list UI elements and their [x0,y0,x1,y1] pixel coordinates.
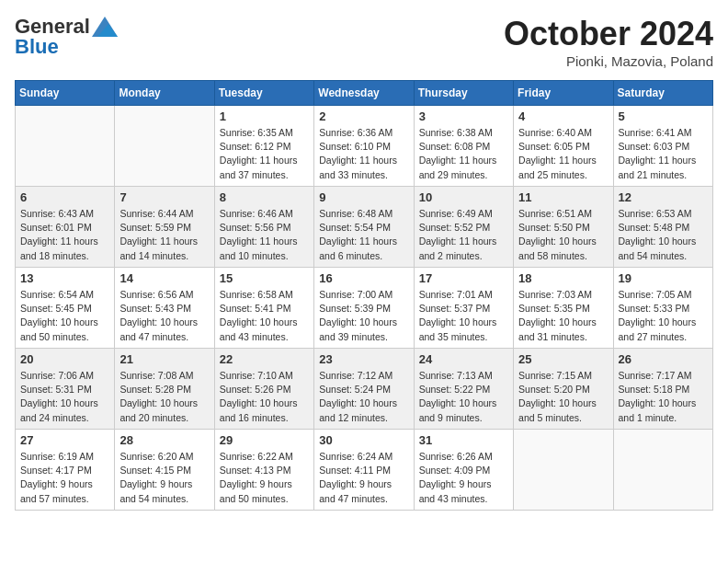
day-info: Sunrise: 6:20 AMSunset: 4:15 PMDaylight:… [119,450,209,506]
calendar-day-cell: 4Sunrise: 6:40 AMSunset: 6:05 PMDaylight… [514,106,613,187]
day-info: Sunrise: 6:24 AMSunset: 4:11 PMDaylight:… [319,450,408,506]
day-number: 1 [220,109,309,123]
page-header: General Blue October 2024 Pionki, Mazovi… [15,15,713,69]
day-number: 13 [20,271,109,285]
day-info: Sunrise: 6:46 AMSunset: 5:56 PMDaylight:… [220,207,309,263]
day-info: Sunrise: 7:17 AMSunset: 5:18 PMDaylight:… [619,369,708,425]
day-number: 27 [20,433,109,447]
day-info: Sunrise: 6:26 AMSunset: 4:09 PMDaylight:… [419,450,508,506]
calendar-day-header: Sunday [16,81,115,106]
day-number: 14 [119,271,209,285]
day-info: Sunrise: 6:54 AMSunset: 5:45 PMDaylight:… [20,288,109,344]
location-title: Pionki, Mazovia, Poland [504,53,713,69]
calendar-day-cell: 7Sunrise: 6:44 AMSunset: 5:59 PMDaylight… [115,187,214,268]
day-number: 7 [119,190,209,204]
calendar-day-cell: 21Sunrise: 7:08 AMSunset: 5:28 PMDayligh… [115,349,214,430]
day-number: 23 [319,352,408,366]
day-number: 31 [419,433,508,447]
calendar-day-cell: 28Sunrise: 6:20 AMSunset: 4:15 PMDayligh… [115,430,214,511]
calendar-day-cell: 5Sunrise: 6:41 AMSunset: 6:03 PMDaylight… [613,106,712,187]
day-number: 5 [619,109,708,123]
calendar-day-cell: 27Sunrise: 6:19 AMSunset: 4:17 PMDayligh… [16,430,115,511]
day-number: 29 [220,433,309,447]
day-info: Sunrise: 7:00 AMSunset: 5:39 PMDaylight:… [319,288,408,344]
day-info: Sunrise: 6:44 AMSunset: 5:59 PMDaylight:… [119,207,209,263]
calendar-week-row: 13Sunrise: 6:54 AMSunset: 5:45 PMDayligh… [16,268,713,349]
title-block: October 2024 Pionki, Mazovia, Poland [504,15,713,69]
calendar-day-cell [115,106,214,187]
calendar-day-cell: 31Sunrise: 6:26 AMSunset: 4:09 PMDayligh… [414,430,513,511]
logo-icon [92,17,118,37]
calendar-week-row: 20Sunrise: 7:06 AMSunset: 5:31 PMDayligh… [16,349,713,430]
month-title: October 2024 [504,15,713,53]
day-info: Sunrise: 6:19 AMSunset: 4:17 PMDaylight:… [20,450,109,506]
calendar-day-header: Saturday [613,81,712,106]
day-info: Sunrise: 6:48 AMSunset: 5:54 PMDaylight:… [319,207,408,263]
day-info: Sunrise: 7:08 AMSunset: 5:28 PMDaylight:… [119,369,209,425]
calendar-day-cell: 10Sunrise: 6:49 AMSunset: 5:52 PMDayligh… [414,187,513,268]
day-info: Sunrise: 6:35 AMSunset: 6:12 PMDaylight:… [220,126,309,182]
day-number: 28 [119,433,209,447]
day-info: Sunrise: 7:03 AMSunset: 5:35 PMDaylight:… [518,288,608,344]
calendar-day-cell: 24Sunrise: 7:13 AMSunset: 5:22 PMDayligh… [414,349,513,430]
calendar-week-row: 27Sunrise: 6:19 AMSunset: 4:17 PMDayligh… [16,430,713,511]
calendar-day-cell: 25Sunrise: 7:15 AMSunset: 5:20 PMDayligh… [514,349,613,430]
day-number: 10 [419,190,508,204]
day-info: Sunrise: 6:56 AMSunset: 5:43 PMDaylight:… [119,288,209,344]
calendar-day-cell: 22Sunrise: 7:10 AMSunset: 5:26 PMDayligh… [214,349,313,430]
calendar-day-cell: 1Sunrise: 6:35 AMSunset: 6:12 PMDaylight… [214,106,313,187]
day-info: Sunrise: 7:10 AMSunset: 5:26 PMDaylight:… [220,369,309,425]
calendar-day-cell: 23Sunrise: 7:12 AMSunset: 5:24 PMDayligh… [314,349,414,430]
calendar-day-cell: 13Sunrise: 6:54 AMSunset: 5:45 PMDayligh… [16,268,115,349]
calendar-day-cell: 8Sunrise: 6:46 AMSunset: 5:56 PMDaylight… [214,187,313,268]
day-info: Sunrise: 7:06 AMSunset: 5:31 PMDaylight:… [20,369,109,425]
day-number: 25 [518,352,608,366]
day-info: Sunrise: 6:41 AMSunset: 6:03 PMDaylight:… [619,126,708,182]
calendar-day-cell: 20Sunrise: 7:06 AMSunset: 5:31 PMDayligh… [16,349,115,430]
calendar-day-cell [16,106,115,187]
day-number: 18 [518,271,608,285]
day-info: Sunrise: 7:01 AMSunset: 5:37 PMDaylight:… [419,288,508,344]
calendar-day-cell: 6Sunrise: 6:43 AMSunset: 6:01 PMDaylight… [16,187,115,268]
calendar-day-cell: 11Sunrise: 6:51 AMSunset: 5:50 PMDayligh… [514,187,613,268]
calendar-day-cell: 19Sunrise: 7:05 AMSunset: 5:33 PMDayligh… [613,268,712,349]
day-number: 15 [220,271,309,285]
calendar-day-cell: 15Sunrise: 6:58 AMSunset: 5:41 PMDayligh… [214,268,313,349]
day-info: Sunrise: 6:43 AMSunset: 6:01 PMDaylight:… [20,207,109,263]
day-number: 6 [20,190,109,204]
day-info: Sunrise: 6:49 AMSunset: 5:52 PMDaylight:… [419,207,508,263]
calendar-day-cell: 14Sunrise: 6:56 AMSunset: 5:43 PMDayligh… [115,268,214,349]
day-number: 24 [419,352,508,366]
day-number: 4 [518,109,608,123]
day-number: 3 [419,109,508,123]
calendar-day-header: Friday [514,81,613,106]
day-number: 2 [319,109,408,123]
calendar-day-cell [613,430,712,511]
day-number: 19 [619,271,708,285]
day-number: 12 [619,190,708,204]
day-number: 9 [319,190,408,204]
day-number: 8 [220,190,309,204]
calendar-day-cell: 12Sunrise: 6:53 AMSunset: 5:48 PMDayligh… [613,187,712,268]
day-info: Sunrise: 7:05 AMSunset: 5:33 PMDaylight:… [619,288,708,344]
day-info: Sunrise: 6:38 AMSunset: 6:08 PMDaylight:… [419,126,508,182]
day-info: Sunrise: 6:58 AMSunset: 5:41 PMDaylight:… [220,288,309,344]
calendar-day-header: Thursday [414,81,513,106]
day-info: Sunrise: 7:12 AMSunset: 5:24 PMDaylight:… [319,369,408,425]
calendar-week-row: 6Sunrise: 6:43 AMSunset: 6:01 PMDaylight… [16,187,713,268]
calendar-day-cell: 2Sunrise: 6:36 AMSunset: 6:10 PMDaylight… [314,106,414,187]
calendar-day-cell: 18Sunrise: 7:03 AMSunset: 5:35 PMDayligh… [514,268,613,349]
calendar-day-cell: 9Sunrise: 6:48 AMSunset: 5:54 PMDaylight… [314,187,414,268]
day-info: Sunrise: 7:15 AMSunset: 5:20 PMDaylight:… [518,369,608,425]
logo-blue: Blue [15,35,59,59]
calendar-day-cell [514,430,613,511]
day-number: 11 [518,190,608,204]
calendar-day-cell: 3Sunrise: 6:38 AMSunset: 6:08 PMDaylight… [414,106,513,187]
calendar-day-header: Monday [115,81,214,106]
day-info: Sunrise: 6:53 AMSunset: 5:48 PMDaylight:… [619,207,708,263]
calendar-table: SundayMondayTuesdayWednesdayThursdayFrid… [15,80,713,511]
calendar-day-cell: 16Sunrise: 7:00 AMSunset: 5:39 PMDayligh… [314,268,414,349]
day-info: Sunrise: 6:51 AMSunset: 5:50 PMDaylight:… [518,207,608,263]
calendar-day-header: Tuesday [214,81,313,106]
day-info: Sunrise: 6:40 AMSunset: 6:05 PMDaylight:… [518,126,608,182]
